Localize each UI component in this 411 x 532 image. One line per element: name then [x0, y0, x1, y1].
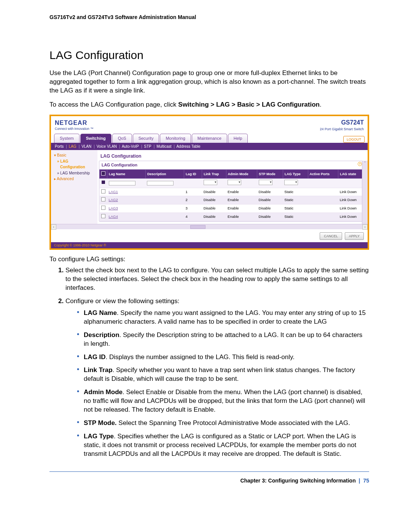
brand-tagline: Connect with Innovation ™ — [55, 127, 94, 131]
filter-adminmode-select[interactable] — [228, 180, 241, 185]
tab-monitoring[interactable]: Monitoring — [160, 134, 191, 143]
sub-tab-bar: Ports| LAG| VLAN| Voice VLAN| Auto-VoIP|… — [51, 143, 368, 150]
row-checkbox[interactable] — [101, 189, 105, 193]
table-row: LAG2 2 Disable Enable Disable Static Lin… — [100, 196, 364, 204]
table-filter-row — [100, 178, 364, 188]
tab-security[interactable]: Security — [133, 134, 159, 143]
tab-switching[interactable]: Switching — [80, 134, 112, 143]
filter-lagtype-select[interactable] — [284, 180, 298, 185]
row-checkbox[interactable] — [101, 206, 105, 210]
table-header-row: Lag Name Description Lag ID Link Trap Ad… — [100, 169, 364, 178]
brand-logo: NETGEAR — [55, 119, 94, 127]
table-row: LAG1 1 Disable Enable Disable Static Lin… — [100, 188, 364, 196]
step-1: Select the check box next to the LAG to … — [65, 266, 369, 292]
footer-chapter: Chapter 3: Configuring Switching Informa… — [240, 478, 355, 484]
steps-list: Select the check box next to the LAG to … — [49, 266, 369, 459]
table-row: LAG3 3 Disable Enable Disable Static Lin… — [100, 204, 364, 213]
step-2: Configure or view the following settings… — [65, 297, 369, 459]
col-admin-mode: Admin Mode — [226, 169, 257, 178]
footer-rule — [49, 471, 369, 472]
subtab-lag[interactable]: LAG — [69, 144, 76, 149]
filter-desc-input[interactable] — [147, 181, 174, 185]
vertical-scrollbar[interactable]: ˆ — [362, 161, 368, 224]
sidebar-item-lag[interactable]: » LAG — [54, 158, 94, 165]
bullet-link-trap: Link Trap. Specify whether you want to h… — [77, 366, 369, 383]
cancel-button[interactable]: CANCEL — [320, 232, 342, 240]
logout-button[interactable]: LOGOUT — [343, 136, 365, 143]
cell-admin-mode: Enable — [226, 188, 257, 196]
intro-paragraph-1: Use the LAG (Port Channel) Configuration… — [49, 69, 369, 95]
page-header: GS716Tv2 and GS724Tv3 Software Administr… — [49, 14, 369, 21]
tab-system[interactable]: System — [54, 134, 80, 143]
intro2-suffix: . — [320, 101, 322, 108]
page-footer: Chapter 3: Configuring Switching Informa… — [49, 477, 369, 484]
app-screenshot: NETGEAR Connect with Innovation ™ GS724T… — [49, 115, 369, 250]
cell-lag-id: 1 — [184, 188, 202, 196]
intro-paragraph-2: To access the LAG Configuration page, cl… — [49, 101, 369, 109]
main-tab-bar: System Switching QoS Security Monitoring… — [51, 132, 368, 143]
button-bar: CANCEL APPLY — [51, 229, 368, 242]
scroll-left-icon[interactable]: ‹ — [51, 224, 56, 230]
bullet-lag-id: LAG ID. Displays the number assigned to … — [77, 353, 369, 362]
subtab-ports[interactable]: Ports — [55, 144, 64, 149]
panel-subtitle: LAG Configuration ? — [99, 161, 364, 169]
col-lag-id: Lag ID — [184, 169, 202, 178]
lag-name-link[interactable]: LAG2 — [109, 198, 118, 202]
tab-qos[interactable]: QoS — [112, 134, 132, 143]
filter-linktrap-select[interactable] — [204, 180, 217, 185]
page-title: LAG Configuration — [49, 48, 369, 63]
model-label: GS724T — [320, 118, 364, 127]
subtab-voice-vlan[interactable]: Voice VLAN — [97, 144, 117, 149]
filter-checkbox[interactable] — [101, 180, 105, 184]
tab-maintenance[interactable]: Maintenance — [192, 134, 227, 143]
scroll-thumb[interactable] — [190, 225, 206, 229]
col-stp-mode: STP Mode — [257, 169, 283, 178]
bullet-description: Description. Specify the Description str… — [77, 331, 369, 348]
bullet-lag-name: LAG Name. Specify the name you want assi… — [77, 309, 369, 326]
lag-name-link[interactable]: LAG1 — [109, 190, 118, 194]
filter-stpmode-select[interactable] — [259, 180, 272, 185]
row-checkbox[interactable] — [101, 214, 105, 218]
sidebar-item-basic[interactable]: ▾ Basic — [54, 152, 94, 158]
footer-page-number: 75 — [363, 478, 369, 484]
cell-lag-type: Static — [283, 188, 308, 196]
bullet-admin-mode: Admin Mode. Select Enable or Disable fro… — [77, 388, 369, 414]
bullet-lag-type: LAG Type. Specifies whether the LAG is c… — [77, 432, 369, 459]
sidebar-item-advanced[interactable]: ▸ Advanced — [54, 176, 94, 182]
main-panel: LAG Configuration LAG Configuration ? La… — [97, 150, 368, 224]
sidebar-nav: ▾ Basic » LAG Configuration » LAG Member… — [51, 150, 97, 224]
subtab-multicast[interactable]: Multicast — [156, 144, 171, 149]
model-sublabel: 24 Port Gigabit Smart Switch — [320, 127, 364, 131]
sidebar-item-lag-membership[interactable]: » LAG Membership — [54, 170, 94, 176]
nav-path: Switching > LAG > Basic > LAG Configurat… — [178, 101, 320, 108]
intro2-prefix: To access the LAG Configuration page, cl… — [49, 101, 178, 108]
subtab-auto-voip[interactable]: Auto-VoIP — [122, 144, 139, 149]
select-all-checkbox[interactable] — [101, 171, 105, 176]
help-icon[interactable]: ? — [358, 162, 362, 166]
configure-lead: To configure LAG settings: — [49, 255, 369, 264]
subtab-stp[interactable]: STP — [144, 144, 151, 149]
apply-button[interactable]: APPLY — [345, 232, 364, 240]
subtab-vlan[interactable]: VLAN — [81, 144, 91, 149]
cell-lag-state: Link Down — [338, 188, 364, 196]
row-checkbox[interactable] — [101, 197, 105, 201]
lag-name-link[interactable]: LAG3 — [109, 206, 118, 210]
lag-name-link[interactable]: LAG4 — [109, 214, 118, 219]
bullet-stp-mode: STP Mode. Select the Spanning Tree Proto… — [77, 419, 369, 428]
col-lag-state: LAG state — [338, 169, 364, 178]
lag-table: Lag Name Description Lag ID Link Trap Ad… — [99, 169, 364, 221]
col-lag-type: LAG Type — [283, 169, 308, 178]
main-title: LAG Configuration — [100, 153, 365, 159]
app-header: NETGEAR Connect with Innovation ™ GS724T… — [51, 116, 368, 132]
col-link-trap: Link Trap — [202, 169, 226, 178]
horizontal-scrollbar[interactable]: ‹ › — [51, 224, 368, 229]
filter-name-input[interactable] — [109, 181, 135, 185]
cell-link-trap: Disable — [202, 188, 226, 196]
subtab-address-table[interactable]: Address Table — [176, 144, 200, 149]
tab-help[interactable]: Help — [228, 134, 248, 143]
sidebar-item-lag-configuration[interactable]: Configuration — [54, 164, 94, 170]
footer-separator: | — [359, 478, 360, 484]
settings-bullets: LAG Name. Specify the name you want assi… — [65, 309, 369, 459]
col-lag-name: Lag Name — [107, 169, 146, 178]
scroll-right-icon[interactable]: › — [362, 224, 368, 230]
